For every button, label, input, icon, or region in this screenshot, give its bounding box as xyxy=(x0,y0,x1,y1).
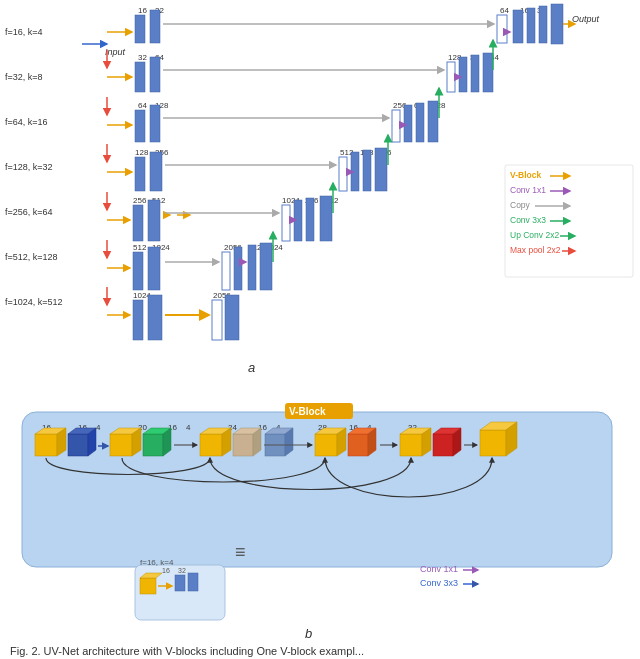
svg-rect-99 xyxy=(133,300,143,340)
svg-text:128: 128 xyxy=(135,148,149,157)
svg-rect-164 xyxy=(400,434,422,456)
svg-text:4: 4 xyxy=(186,423,191,432)
svg-rect-9 xyxy=(527,8,535,43)
row-label-3: f=64, k=16 xyxy=(5,117,48,127)
svg-text:Conv 1x1: Conv 1x1 xyxy=(510,185,546,195)
svg-rect-26 xyxy=(471,55,479,92)
svg-rect-167 xyxy=(433,434,453,456)
svg-text:V-Block: V-Block xyxy=(510,170,541,180)
row-label-6: f=512, k=128 xyxy=(5,252,58,262)
svg-rect-139 xyxy=(68,434,88,456)
fig-caption: Fig. 2. UV-Net architecture with V-block… xyxy=(10,645,364,657)
svg-rect-72 xyxy=(282,205,290,241)
svg-rect-75 xyxy=(320,196,332,241)
svg-rect-86 xyxy=(133,252,143,290)
svg-rect-74 xyxy=(306,198,314,241)
svg-text:Up Conv 2x2: Up Conv 2x2 xyxy=(510,230,559,240)
svg-rect-158 xyxy=(315,434,337,456)
output-label: Output xyxy=(572,14,600,24)
svg-text:≡: ≡ xyxy=(235,542,246,562)
svg-rect-69 xyxy=(148,200,160,241)
svg-rect-36 xyxy=(135,110,145,142)
svg-rect-146 xyxy=(143,434,163,456)
svg-text:64: 64 xyxy=(138,101,147,110)
svg-rect-104 xyxy=(225,295,239,340)
svg-rect-170 xyxy=(480,430,506,456)
svg-rect-186 xyxy=(188,573,198,591)
svg-rect-93 xyxy=(260,243,272,290)
svg-rect-53 xyxy=(150,152,162,191)
svg-rect-103 xyxy=(212,300,222,340)
svg-rect-185 xyxy=(175,575,185,591)
svg-text:a: a xyxy=(248,360,255,375)
row-label-5: f=256, k=64 xyxy=(5,207,53,217)
svg-text:4: 4 xyxy=(96,423,101,432)
svg-rect-143 xyxy=(110,434,132,456)
dec-block-r1-1 xyxy=(497,15,507,43)
svg-rect-149 xyxy=(200,434,222,456)
svg-rect-179 xyxy=(140,578,156,594)
svg-rect-58 xyxy=(363,150,371,191)
svg-text:Max pool 2x2: Max pool 2x2 xyxy=(510,245,561,255)
svg-text:Copy: Copy xyxy=(510,200,531,210)
network-diagram-top: f=16, k=4 f=32, k=8 f=64, k=16 f=128, k=… xyxy=(0,0,640,390)
svg-text:Conv 3x3: Conv 3x3 xyxy=(510,215,546,225)
svg-rect-100 xyxy=(148,295,162,340)
svg-rect-161 xyxy=(348,434,368,456)
svg-rect-59 xyxy=(375,148,387,191)
network-diagram-bottom: V-Block 16 16 4 20 16 4 24 16 4 28 16 4 … xyxy=(0,390,640,659)
svg-text:V-Block: V-Block xyxy=(289,406,326,417)
svg-rect-24 xyxy=(447,62,455,92)
svg-rect-136 xyxy=(35,434,57,456)
svg-rect-25 xyxy=(459,57,467,92)
svg-rect-10 xyxy=(539,6,547,43)
svg-text:b: b xyxy=(305,626,312,641)
svg-rect-52 xyxy=(135,157,145,191)
svg-rect-90 xyxy=(222,252,230,290)
svg-rect-68 xyxy=(133,205,143,241)
svg-rect-42 xyxy=(416,103,424,142)
svg-rect-152 xyxy=(233,434,253,456)
input-label: Input xyxy=(105,47,126,57)
enc-block-r1-1 xyxy=(135,15,145,43)
svg-text:f=16, k=4: f=16, k=4 xyxy=(140,558,174,567)
svg-text:32: 32 xyxy=(178,567,186,574)
svg-rect-91 xyxy=(234,247,242,290)
row-label-1: f=16, k=4 xyxy=(5,27,43,37)
svg-rect-21 xyxy=(150,57,160,92)
svg-rect-92 xyxy=(248,245,256,290)
svg-rect-20 xyxy=(135,62,145,92)
svg-rect-27 xyxy=(483,53,493,92)
svg-rect-8 xyxy=(513,10,523,43)
row-label-2: f=32, k=8 xyxy=(5,72,43,82)
svg-rect-37 xyxy=(150,105,160,142)
row-label-4: f=128, k=32 xyxy=(5,162,53,172)
svg-rect-56 xyxy=(339,157,347,191)
svg-rect-43 xyxy=(428,101,438,142)
svg-rect-40 xyxy=(392,110,400,142)
svg-rect-41 xyxy=(404,105,412,142)
svg-text:Conv 1x1: Conv 1x1 xyxy=(420,564,458,574)
row-label-7: f=1024, k=512 xyxy=(5,297,63,307)
svg-text:Conv 3x3: Conv 3x3 xyxy=(420,578,458,588)
svg-text:512: 512 xyxy=(133,243,147,252)
svg-text:16: 16 xyxy=(138,6,147,15)
svg-text:64: 64 xyxy=(500,6,509,15)
svg-rect-87 xyxy=(148,247,160,290)
svg-rect-11 xyxy=(551,4,563,44)
main-container: f=16, k=4 f=32, k=8 f=64, k=16 f=128, k=… xyxy=(0,0,640,659)
enc-block-r1-2 xyxy=(150,10,160,43)
svg-text:256: 256 xyxy=(133,196,147,205)
svg-text:16: 16 xyxy=(162,567,170,574)
svg-text:32: 32 xyxy=(138,53,147,62)
